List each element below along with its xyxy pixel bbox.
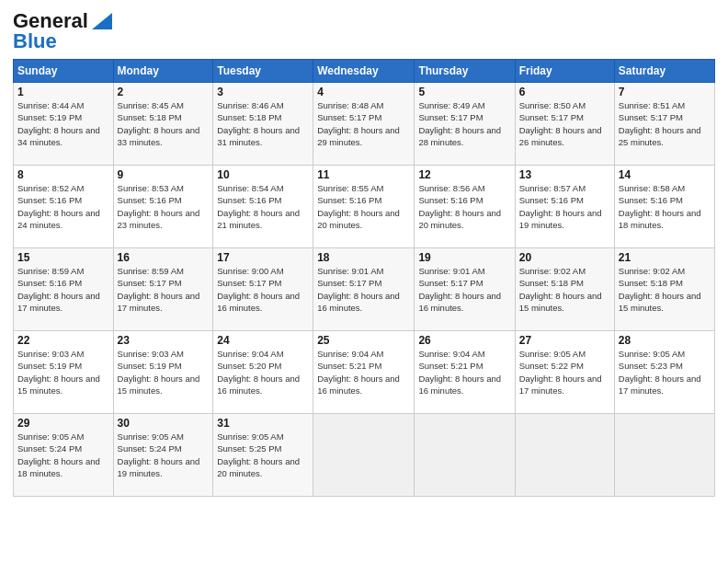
calendar-cell: 12Sunrise: 8:56 AMSunset: 5:16 PMDayligh… bbox=[415, 166, 515, 248]
day-info: Sunrise: 9:01 AMSunset: 5:17 PMDaylight:… bbox=[317, 266, 400, 313]
day-info: Sunrise: 8:53 AMSunset: 5:16 PMDaylight:… bbox=[118, 183, 200, 230]
logo-triangle-icon bbox=[92, 13, 112, 29]
day-info: Sunrise: 9:02 AMSunset: 5:18 PMDaylight:… bbox=[519, 266, 602, 313]
day-number: 10 bbox=[217, 168, 309, 181]
day-info: Sunrise: 9:03 AMSunset: 5:19 PMDaylight:… bbox=[17, 349, 100, 396]
day-number: 4 bbox=[317, 86, 410, 98]
logo: General Blue bbox=[13, 9, 112, 53]
day-info: Sunrise: 9:00 AMSunset: 5:17 PMDaylight:… bbox=[217, 266, 300, 313]
day-info: Sunrise: 9:04 AMSunset: 5:20 PMDaylight:… bbox=[217, 349, 300, 396]
calendar-cell: 24Sunrise: 9:04 AMSunset: 5:20 PMDayligh… bbox=[213, 331, 313, 414]
calendar-cell: 6Sunrise: 8:50 AMSunset: 5:17 PMDaylight… bbox=[515, 83, 614, 166]
day-info: Sunrise: 8:56 AMSunset: 5:16 PMDaylight:… bbox=[418, 183, 501, 230]
day-number: 13 bbox=[519, 168, 610, 181]
day-header-sunday: Sunday bbox=[14, 60, 114, 83]
day-number: 8 bbox=[17, 168, 109, 181]
day-header-monday: Monday bbox=[113, 60, 213, 83]
calendar-cell: 23Sunrise: 9:03 AMSunset: 5:19 PMDayligh… bbox=[113, 331, 213, 414]
day-number: 7 bbox=[619, 86, 711, 98]
day-header-wednesday: Wednesday bbox=[313, 60, 415, 83]
day-number: 5 bbox=[418, 86, 510, 98]
day-header-tuesday: Tuesday bbox=[213, 60, 313, 83]
day-info: Sunrise: 8:44 AMSunset: 5:19 PMDaylight:… bbox=[17, 100, 100, 147]
calendar-cell: 1Sunrise: 8:44 AMSunset: 5:19 PMDaylight… bbox=[14, 83, 114, 166]
calendar-cell: 18Sunrise: 9:01 AMSunset: 5:17 PMDayligh… bbox=[313, 248, 415, 331]
calendar-cell: 27Sunrise: 9:05 AMSunset: 5:22 PMDayligh… bbox=[515, 331, 614, 414]
day-info: Sunrise: 8:52 AMSunset: 5:16 PMDaylight:… bbox=[17, 183, 100, 230]
calendar-cell bbox=[515, 414, 614, 497]
calendar-cell: 10Sunrise: 8:54 AMSunset: 5:16 PMDayligh… bbox=[213, 166, 313, 248]
calendar-cell: 19Sunrise: 9:01 AMSunset: 5:17 PMDayligh… bbox=[415, 248, 515, 331]
day-number: 27 bbox=[519, 334, 610, 347]
calendar-cell bbox=[415, 414, 515, 497]
day-info: Sunrise: 8:54 AMSunset: 5:16 PMDaylight:… bbox=[217, 183, 300, 230]
day-number: 28 bbox=[619, 334, 711, 347]
page-container: General Blue SundayMondayTuesdayWednesda… bbox=[0, 0, 728, 563]
calendar-table: SundayMondayTuesdayWednesdayThursdayFrid… bbox=[13, 59, 715, 497]
svg-marker-0 bbox=[92, 13, 112, 29]
calendar-cell: 30Sunrise: 9:05 AMSunset: 5:24 PMDayligh… bbox=[113, 414, 213, 497]
day-info: Sunrise: 8:57 AMSunset: 5:16 PMDaylight:… bbox=[519, 183, 602, 230]
day-number: 20 bbox=[519, 251, 610, 264]
calendar-cell: 14Sunrise: 8:58 AMSunset: 5:16 PMDayligh… bbox=[614, 166, 714, 248]
day-info: Sunrise: 9:05 AMSunset: 5:22 PMDaylight:… bbox=[519, 349, 602, 396]
calendar-cell: 28Sunrise: 9:05 AMSunset: 5:23 PMDayligh… bbox=[614, 331, 714, 414]
day-info: Sunrise: 9:05 AMSunset: 5:23 PMDaylight:… bbox=[619, 349, 701, 396]
day-info: Sunrise: 9:02 AMSunset: 5:18 PMDaylight:… bbox=[619, 266, 701, 313]
logo-blue: Blue bbox=[13, 29, 57, 53]
day-number: 21 bbox=[619, 251, 711, 264]
calendar-cell: 7Sunrise: 8:51 AMSunset: 5:17 PMDaylight… bbox=[614, 83, 714, 166]
calendar-cell: 29Sunrise: 9:05 AMSunset: 5:24 PMDayligh… bbox=[14, 414, 114, 497]
day-number: 12 bbox=[418, 168, 510, 181]
day-number: 19 bbox=[418, 251, 510, 264]
calendar-cell: 3Sunrise: 8:46 AMSunset: 5:18 PMDaylight… bbox=[213, 83, 313, 166]
calendar-cell: 8Sunrise: 8:52 AMSunset: 5:16 PMDaylight… bbox=[14, 166, 114, 248]
day-info: Sunrise: 8:49 AMSunset: 5:17 PMDaylight:… bbox=[418, 100, 501, 147]
day-number: 9 bbox=[118, 168, 210, 181]
day-info: Sunrise: 8:59 AMSunset: 5:17 PMDaylight:… bbox=[118, 266, 200, 313]
calendar-cell: 13Sunrise: 8:57 AMSunset: 5:16 PMDayligh… bbox=[515, 166, 614, 248]
day-number: 31 bbox=[217, 417, 309, 430]
day-info: Sunrise: 9:01 AMSunset: 5:17 PMDaylight:… bbox=[418, 266, 501, 313]
calendar-cell: 20Sunrise: 9:02 AMSunset: 5:18 PMDayligh… bbox=[515, 248, 614, 331]
calendar-cell: 21Sunrise: 9:02 AMSunset: 5:18 PMDayligh… bbox=[614, 248, 714, 331]
day-number: 15 bbox=[17, 251, 109, 264]
day-info: Sunrise: 9:04 AMSunset: 5:21 PMDaylight:… bbox=[418, 349, 501, 396]
calendar-cell: 26Sunrise: 9:04 AMSunset: 5:21 PMDayligh… bbox=[415, 331, 515, 414]
day-number: 16 bbox=[118, 251, 210, 264]
day-info: Sunrise: 9:03 AMSunset: 5:19 PMDaylight:… bbox=[118, 349, 200, 396]
day-number: 29 bbox=[17, 417, 109, 430]
day-number: 11 bbox=[317, 168, 410, 181]
day-number: 2 bbox=[118, 86, 210, 98]
day-info: Sunrise: 8:51 AMSunset: 5:17 PMDaylight:… bbox=[619, 100, 701, 147]
calendar-cell: 15Sunrise: 8:59 AMSunset: 5:16 PMDayligh… bbox=[14, 248, 114, 331]
day-number: 14 bbox=[619, 168, 711, 181]
day-info: Sunrise: 8:46 AMSunset: 5:18 PMDaylight:… bbox=[217, 100, 300, 147]
day-number: 3 bbox=[217, 86, 309, 98]
calendar-cell: 31Sunrise: 9:05 AMSunset: 5:25 PMDayligh… bbox=[213, 414, 313, 497]
day-info: Sunrise: 8:50 AMSunset: 5:17 PMDaylight:… bbox=[519, 100, 602, 147]
day-info: Sunrise: 8:45 AMSunset: 5:18 PMDaylight:… bbox=[118, 100, 200, 147]
day-number: 25 bbox=[317, 334, 410, 347]
day-number: 30 bbox=[118, 417, 210, 430]
day-number: 22 bbox=[17, 334, 109, 347]
calendar-cell: 22Sunrise: 9:03 AMSunset: 5:19 PMDayligh… bbox=[14, 331, 114, 414]
calendar-cell: 16Sunrise: 8:59 AMSunset: 5:17 PMDayligh… bbox=[113, 248, 213, 331]
day-number: 24 bbox=[217, 334, 309, 347]
day-info: Sunrise: 8:55 AMSunset: 5:16 PMDaylight:… bbox=[317, 183, 400, 230]
day-number: 26 bbox=[418, 334, 510, 347]
calendar-cell bbox=[614, 414, 714, 497]
day-header-thursday: Thursday bbox=[415, 60, 515, 83]
day-number: 18 bbox=[317, 251, 410, 264]
day-info: Sunrise: 8:48 AMSunset: 5:17 PMDaylight:… bbox=[317, 100, 400, 147]
day-info: Sunrise: 8:59 AMSunset: 5:16 PMDaylight:… bbox=[17, 266, 100, 313]
day-header-friday: Friday bbox=[515, 60, 614, 83]
calendar-cell: 4Sunrise: 8:48 AMSunset: 5:17 PMDaylight… bbox=[313, 83, 415, 166]
day-header-saturday: Saturday bbox=[614, 60, 714, 83]
day-number: 17 bbox=[217, 251, 309, 264]
day-info: Sunrise: 9:05 AMSunset: 5:24 PMDaylight:… bbox=[17, 431, 100, 478]
day-number: 6 bbox=[519, 86, 610, 98]
day-info: Sunrise: 9:05 AMSunset: 5:25 PMDaylight:… bbox=[217, 431, 300, 478]
day-info: Sunrise: 8:58 AMSunset: 5:16 PMDaylight:… bbox=[619, 183, 701, 230]
calendar-cell: 25Sunrise: 9:04 AMSunset: 5:21 PMDayligh… bbox=[313, 331, 415, 414]
